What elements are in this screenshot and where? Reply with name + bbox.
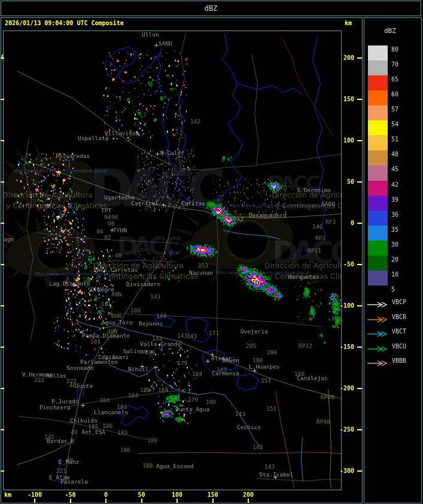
legend-swatch [368,196,388,211]
bottom-axis-tick [176,499,178,503]
right-axis-tick-label: -250 [329,426,354,433]
vector-arrow-icon [366,329,390,336]
right-axis-tick-label: -50 [329,261,354,268]
legend-value-label: 20 [391,256,398,263]
bottom-axis-tick-label: 150 [201,491,225,498]
right-axis-tick [357,388,362,389]
right-axis-tick-label: -200 [329,385,354,391]
legend-swatch [368,241,388,256]
right-axis-tick-label: -300 [329,467,354,474]
bottom-axis-tick [105,499,106,503]
legend-swatch [368,256,388,271]
map-frame: UllunSANU142VillavicenUspallataPolvareda… [3,31,342,490]
right-axis-tick-label: 50 [329,178,354,185]
legend-value-label: 45 [391,166,398,172]
vector-label: VBCP [392,299,406,305]
right-axis-tick [357,140,362,141]
legend-value-label: 48 [391,151,398,157]
legend-swatch [368,120,388,135]
vector-label: VBCT [392,328,406,335]
page-title: dBZ [205,4,218,13]
legend-value-label: 42 [391,181,398,188]
bottom-axis-tick-label: -50 [59,491,83,498]
left-axis-tick [1,429,4,430]
right-axis-tick-label: 0 [329,220,354,226]
left-axis-tick [1,140,4,141]
right-axis-tick [357,223,362,224]
legend-swatch [368,181,388,196]
left-axis-tick [1,305,4,306]
left-axis-tick [1,388,4,389]
legend-value-label: 39 [391,196,398,203]
legend-swatch [368,211,388,226]
left-axis-tick [1,181,4,183]
radar-echo-canvas [4,31,341,490]
bottom-axis-tick-label: 200 [236,491,260,498]
legend-value-label: 65 [391,76,398,83]
right-axis-tick [357,470,362,472]
bottom-axis-tick [212,499,214,503]
legend-swatch [368,60,388,75]
legend-value-label: 70 [391,61,398,68]
vector-label: VBCR [392,314,406,320]
bottom-axis-unit: km [4,491,11,498]
legend-value-label: 60 [391,91,398,98]
right-axis-tick-label: 100 [329,137,354,144]
right-axis-tick-label: -100 [329,302,354,309]
right-axis-tick [357,57,362,59]
title-bar: dBZ [1,1,421,16]
left-axis-tick [1,264,4,265]
bottom-axis-tick-label: 50 [130,491,154,498]
legend-swatch [368,271,388,286]
right-axis-tick [357,347,362,348]
legend-value-label: 30 [391,241,398,248]
right-axis-tick-label: -150 [329,344,354,350]
legend-value-label: 51 [391,136,398,142]
legend-swatch [368,165,388,180]
right-axis-tick [357,305,362,306]
vector-arrow-icon [366,358,390,365]
legend-swatch [368,226,388,241]
right-axis-tick-label: 200 [329,54,354,61]
legend-value-label: 5 [391,286,395,293]
right-axis-tick-label: 150 [329,96,354,102]
vector-arrow-icon [366,344,390,351]
timestamp-label: 2026/01/13 09:04:00 UTC Composite [5,20,124,26]
legend-value-label: 57 [391,106,398,113]
legend-value-label: 10 [391,271,398,278]
left-axis-tick [1,347,4,348]
bottom-axis-tick [34,499,35,503]
left-axis-tick [1,223,4,224]
left-axis-tick [1,470,4,472]
vector-label: VBBB [392,357,406,364]
legend-swatch [368,90,388,105]
bottom-axis-tick [248,499,249,503]
radar-composite-app: dBZ 2026/01/13 09:04:00 UTC Composite km… [0,0,423,504]
bottom-axis-tick [70,499,71,503]
legend-swatch [368,45,388,60]
vector-arrow-icon [366,299,390,306]
legend-swatch [368,150,388,165]
right-axis-tick [357,264,362,265]
legend-value-label: 54 [391,121,398,127]
bottom-axis-tick-label: -100 [23,491,47,498]
legend-swatch [368,75,388,90]
header-km-unit: km [345,20,359,26]
legend-swatch [368,135,388,150]
left-axis-tick [1,99,4,100]
bottom-axis-tick-label: 0 [94,491,118,498]
legend-value-label: 80 [391,46,398,53]
right-axis-tick [357,99,362,100]
legend-value-label: 35 [391,226,398,233]
vector-label: VBCU [392,343,406,350]
vector-arrow-icon [366,314,390,321]
bottom-axis-tick [141,499,142,503]
right-axis-tick [357,181,362,183]
left-axis-tick [1,57,4,59]
right-axis-tick [357,429,362,430]
legend-value-label: 36 [391,211,398,218]
bottom-axis-tick-label: 100 [165,491,189,498]
legend-title: dBZ [384,27,396,35]
legend-swatch [368,105,388,120]
